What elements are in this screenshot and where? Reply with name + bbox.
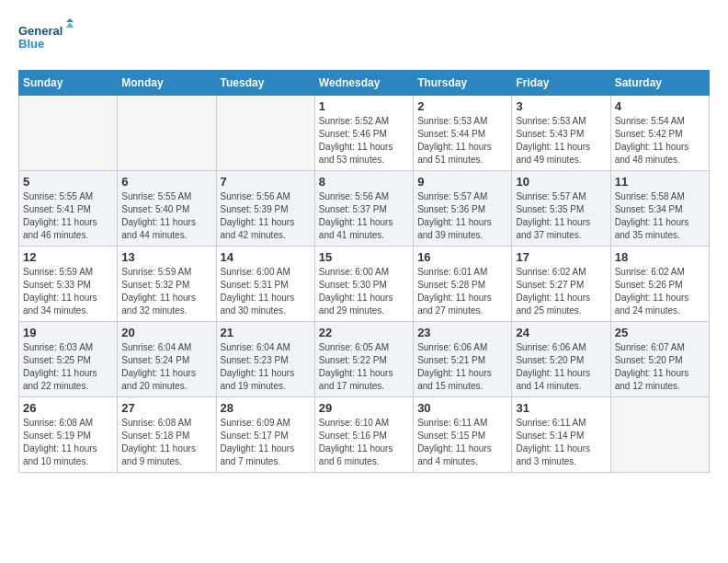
day-info: Sunrise: 6:03 AM Sunset: 5:25 PM Dayligh… — [23, 341, 113, 393]
day-number: 26 — [23, 401, 113, 415]
calendar-day-cell: 24Sunrise: 6:06 AM Sunset: 5:20 PM Dayli… — [512, 322, 610, 397]
day-number: 25 — [615, 326, 705, 339]
day-info: Sunrise: 6:08 AM Sunset: 5:19 PM Dayligh… — [23, 417, 113, 468]
calendar-day-cell: 8Sunrise: 5:56 AM Sunset: 5:37 PM Daylig… — [314, 171, 413, 247]
day-number: 18 — [615, 250, 705, 264]
calendar-day-cell: 1Sunrise: 5:52 AM Sunset: 5:46 PM Daylig… — [314, 96, 413, 171]
calendar-day-cell: 28Sunrise: 6:09 AM Sunset: 5:17 PM Dayli… — [216, 397, 314, 473]
calendar-day-cell: 11Sunrise: 5:58 AM Sunset: 5:34 PM Dayli… — [610, 171, 709, 247]
svg-marker-3 — [66, 22, 74, 28]
calendar-day-cell: 3Sunrise: 5:53 AM Sunset: 5:43 PM Daylig… — [512, 96, 610, 171]
calendar-week-row: 5Sunrise: 5:55 AM Sunset: 5:41 PM Daylig… — [19, 171, 710, 247]
calendar-day-cell: 4Sunrise: 5:54 AM Sunset: 5:42 PM Daylig… — [610, 96, 709, 171]
day-info: Sunrise: 5:57 AM Sunset: 5:36 PM Dayligh… — [417, 190, 507, 242]
day-info: Sunrise: 6:10 AM Sunset: 5:16 PM Dayligh… — [319, 417, 409, 468]
page-header: General Blue — [18, 18, 710, 55]
calendar-table: SundayMondayTuesdayWednesdayThursdayFrid… — [18, 70, 710, 473]
calendar-day-cell: 15Sunrise: 6:00 AM Sunset: 5:30 PM Dayli… — [314, 247, 413, 322]
weekday-header-sunday: Sunday — [19, 71, 118, 96]
day-info: Sunrise: 6:09 AM Sunset: 5:17 PM Dayligh… — [221, 417, 311, 468]
calendar-day-cell: 31Sunrise: 6:11 AM Sunset: 5:14 PM Dayli… — [512, 397, 610, 473]
calendar-day-cell: 30Sunrise: 6:11 AM Sunset: 5:15 PM Dayli… — [414, 397, 512, 473]
day-info: Sunrise: 5:53 AM Sunset: 5:43 PM Dayligh… — [516, 115, 606, 167]
calendar-week-row: 26Sunrise: 6:08 AM Sunset: 5:19 PM Dayli… — [19, 397, 710, 473]
calendar-day-cell: 6Sunrise: 5:55 AM Sunset: 5:40 PM Daylig… — [118, 171, 216, 247]
calendar-day-cell: 14Sunrise: 6:00 AM Sunset: 5:31 PM Dayli… — [216, 247, 314, 322]
day-number: 10 — [516, 175, 606, 189]
day-number: 7 — [221, 175, 311, 189]
calendar-day-cell: 10Sunrise: 5:57 AM Sunset: 5:35 PM Dayli… — [512, 171, 610, 247]
day-info: Sunrise: 5:57 AM Sunset: 5:35 PM Dayligh… — [516, 190, 606, 242]
calendar-day-cell: 19Sunrise: 6:03 AM Sunset: 5:25 PM Dayli… — [19, 322, 118, 397]
day-info: Sunrise: 5:59 AM Sunset: 5:32 PM Dayligh… — [121, 266, 211, 317]
calendar-week-row: 12Sunrise: 5:59 AM Sunset: 5:33 PM Dayli… — [19, 247, 710, 322]
svg-text:Blue: Blue — [18, 37, 44, 51]
calendar-day-cell: 21Sunrise: 6:04 AM Sunset: 5:23 PM Dayli… — [216, 322, 314, 397]
day-info: Sunrise: 6:11 AM Sunset: 5:14 PM Dayligh… — [516, 417, 606, 468]
day-number: 13 — [121, 250, 211, 264]
day-info: Sunrise: 6:00 AM Sunset: 5:31 PM Dayligh… — [221, 266, 311, 317]
calendar-day-cell — [610, 397, 709, 473]
calendar-day-cell: 20Sunrise: 6:04 AM Sunset: 5:24 PM Dayli… — [118, 322, 216, 397]
calendar-day-cell: 5Sunrise: 5:55 AM Sunset: 5:41 PM Daylig… — [19, 171, 118, 247]
day-number: 24 — [516, 326, 606, 339]
day-number: 1 — [319, 99, 409, 113]
day-number: 3 — [516, 99, 606, 113]
day-info: Sunrise: 5:53 AM Sunset: 5:44 PM Dayligh… — [417, 115, 507, 167]
day-number: 6 — [121, 175, 211, 189]
day-number: 22 — [319, 326, 409, 339]
day-number: 16 — [417, 250, 507, 264]
day-number: 8 — [319, 175, 409, 189]
day-number: 2 — [417, 99, 507, 113]
calendar-day-cell: 16Sunrise: 6:01 AM Sunset: 5:28 PM Dayli… — [414, 247, 512, 322]
svg-text:General: General — [18, 24, 63, 38]
day-number: 31 — [516, 401, 606, 415]
day-number: 28 — [221, 401, 311, 415]
day-number: 4 — [615, 99, 705, 113]
day-number: 14 — [221, 250, 311, 264]
weekday-header-monday: Monday — [118, 71, 216, 96]
weekday-header-saturday: Saturday — [610, 71, 709, 96]
weekday-header-wednesday: Wednesday — [314, 71, 413, 96]
day-number: 21 — [221, 326, 311, 339]
day-info: Sunrise: 6:08 AM Sunset: 5:18 PM Dayligh… — [121, 417, 211, 468]
calendar-day-cell: 29Sunrise: 6:10 AM Sunset: 5:16 PM Dayli… — [314, 397, 413, 473]
day-info: Sunrise: 6:00 AM Sunset: 5:30 PM Dayligh… — [319, 266, 409, 317]
calendar-day-cell: 22Sunrise: 6:05 AM Sunset: 5:22 PM Dayli… — [314, 322, 413, 397]
calendar-day-cell: 18Sunrise: 6:02 AM Sunset: 5:26 PM Dayli… — [610, 247, 709, 322]
day-info: Sunrise: 6:11 AM Sunset: 5:15 PM Dayligh… — [417, 417, 507, 468]
calendar-day-cell — [216, 96, 314, 171]
logo-svg: General Blue — [18, 18, 74, 55]
day-number: 20 — [121, 326, 211, 339]
calendar-week-row: 19Sunrise: 6:03 AM Sunset: 5:25 PM Dayli… — [19, 322, 710, 397]
calendar-day-cell: 9Sunrise: 5:57 AM Sunset: 5:36 PM Daylig… — [414, 171, 512, 247]
day-number: 27 — [121, 401, 211, 415]
calendar-day-cell — [118, 96, 216, 171]
day-info: Sunrise: 6:06 AM Sunset: 5:21 PM Dayligh… — [417, 341, 507, 393]
calendar-day-cell: 7Sunrise: 5:56 AM Sunset: 5:39 PM Daylig… — [216, 171, 314, 247]
day-info: Sunrise: 6:01 AM Sunset: 5:28 PM Dayligh… — [417, 266, 507, 317]
day-number: 19 — [23, 326, 113, 339]
day-number: 5 — [23, 175, 113, 189]
calendar-day-cell: 2Sunrise: 5:53 AM Sunset: 5:44 PM Daylig… — [414, 96, 512, 171]
calendar-header-row: SundayMondayTuesdayWednesdayThursdayFrid… — [19, 71, 710, 96]
day-number: 12 — [23, 250, 113, 264]
day-info: Sunrise: 5:58 AM Sunset: 5:34 PM Dayligh… — [615, 190, 705, 242]
day-info: Sunrise: 6:06 AM Sunset: 5:20 PM Dayligh… — [516, 341, 606, 393]
calendar-day-cell: 23Sunrise: 6:06 AM Sunset: 5:21 PM Dayli… — [414, 322, 512, 397]
day-number: 17 — [516, 250, 606, 264]
day-info: Sunrise: 6:05 AM Sunset: 5:22 PM Dayligh… — [319, 341, 409, 393]
day-info: Sunrise: 5:59 AM Sunset: 5:33 PM Dayligh… — [23, 266, 113, 317]
day-number: 23 — [417, 326, 507, 339]
day-info: Sunrise: 6:02 AM Sunset: 5:26 PM Dayligh… — [615, 266, 705, 317]
day-info: Sunrise: 5:52 AM Sunset: 5:46 PM Dayligh… — [319, 115, 409, 167]
day-number: 15 — [319, 250, 409, 264]
day-info: Sunrise: 6:07 AM Sunset: 5:20 PM Dayligh… — [615, 341, 705, 393]
day-info: Sunrise: 6:04 AM Sunset: 5:24 PM Dayligh… — [121, 341, 211, 393]
calendar-day-cell: 12Sunrise: 5:59 AM Sunset: 5:33 PM Dayli… — [19, 247, 118, 322]
svg-marker-2 — [66, 18, 74, 22]
calendar-day-cell: 13Sunrise: 5:59 AM Sunset: 5:32 PM Dayli… — [118, 247, 216, 322]
calendar-day-cell: 26Sunrise: 6:08 AM Sunset: 5:19 PM Dayli… — [19, 397, 118, 473]
calendar-week-row: 1Sunrise: 5:52 AM Sunset: 5:46 PM Daylig… — [19, 96, 710, 171]
calendar-day-cell: 27Sunrise: 6:08 AM Sunset: 5:18 PM Dayli… — [118, 397, 216, 473]
